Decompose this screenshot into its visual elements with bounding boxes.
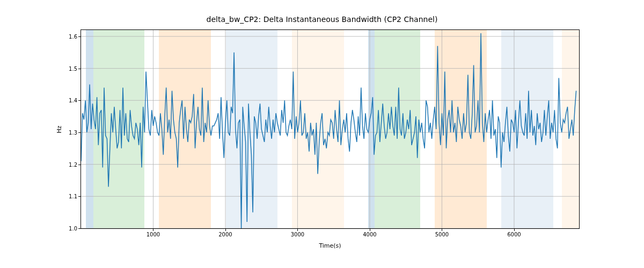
- x-tick-label: 2000: [218, 232, 232, 237]
- x-tick-label: 5000: [435, 232, 449, 237]
- x-tick-label: 1000: [147, 232, 160, 237]
- y-tick-label: 1.3: [56, 129, 77, 135]
- x-tick-label: 3000: [291, 232, 304, 237]
- y-tick-label: 1.5: [56, 65, 77, 71]
- x-tick-label: 4000: [363, 232, 376, 237]
- y-tick-label: 1.6: [56, 33, 77, 39]
- plot-svg: [81, 30, 579, 228]
- figure: delta_bw_CP2: Delta Instantaneous Bandwi…: [0, 0, 644, 268]
- y-tick-label: 1.4: [56, 98, 77, 103]
- y-tick-label: 1.0: [56, 226, 77, 232]
- x-tick-label: 6000: [507, 232, 521, 237]
- y-tick-label: 1.2: [56, 161, 77, 167]
- x-axis-label: Time(s): [80, 242, 580, 249]
- plot-area: [80, 29, 580, 229]
- chart-title: delta_bw_CP2: Delta Instantaneous Bandwi…: [0, 15, 644, 24]
- data-series-line: [81, 33, 576, 228]
- y-tick-label: 1.1: [56, 193, 77, 199]
